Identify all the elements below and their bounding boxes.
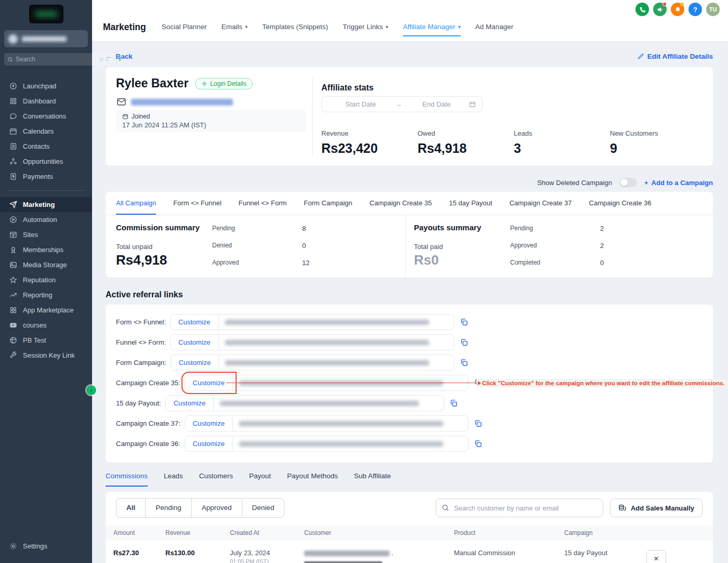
referral-link-redacted xyxy=(233,416,468,431)
total-unpaid-value: Rs4,918 xyxy=(116,252,212,268)
end-date-field[interactable]: End Date xyxy=(404,100,469,108)
sidebar-item-payments[interactable]: Payments xyxy=(0,169,92,184)
announcements-button[interactable] xyxy=(653,3,667,16)
wrench-icon xyxy=(9,351,17,359)
campaign-tab-create-35[interactable]: Campaign Create 35 xyxy=(370,192,432,215)
customize-button[interactable]: Customize xyxy=(166,396,214,411)
customize-button[interactable]: Customize xyxy=(171,315,218,330)
page-title: Marketing xyxy=(103,22,146,33)
customize-button[interactable]: Customize xyxy=(171,355,219,370)
status-filter: All Pending Approved Denied xyxy=(116,498,284,518)
copy-icon[interactable] xyxy=(474,419,483,428)
copy-icon[interactable] xyxy=(460,318,469,326)
copy-icon[interactable] xyxy=(474,439,483,448)
tab-social-planner[interactable]: Social Planner xyxy=(162,18,207,36)
sidebar-item-session-key-link[interactable]: Session Key Link xyxy=(0,348,92,363)
tab-emails[interactable]: Emails▾ xyxy=(222,18,248,36)
help-button[interactable]: ? xyxy=(688,3,702,16)
copy-icon[interactable] xyxy=(460,358,469,367)
filter-all[interactable]: All xyxy=(116,499,146,517)
sidebar-item-contacts[interactable]: Contacts xyxy=(0,139,92,154)
customize-button[interactable]: Customize xyxy=(185,416,233,431)
star-icon xyxy=(9,276,17,284)
campaign-tab-15-day-payout[interactable]: 15 day Payout xyxy=(449,192,492,215)
campaign-tab-all[interactable]: All Campaign xyxy=(116,192,156,215)
sidebar-collapse-button[interactable]: ‹ xyxy=(86,385,96,395)
quick-actions-button[interactable] xyxy=(117,53,123,66)
add-sales-manually-button[interactable]: Add Sales Manually xyxy=(610,499,703,517)
customize-button[interactable]: Customize xyxy=(185,436,233,451)
tab-ad-manager[interactable]: Ad Manager xyxy=(475,18,514,36)
sidebar-item-pb-test[interactable]: PB Test xyxy=(0,333,92,348)
sidebar-item-app-marketplace[interactable]: App Marketplace xyxy=(0,303,92,318)
notifications-button[interactable] xyxy=(671,3,684,16)
affiliate-email-link-redacted[interactable] xyxy=(131,99,233,106)
customer-search-input[interactable] xyxy=(436,499,603,517)
chat-icon xyxy=(9,112,17,120)
filter-denied[interactable]: Denied xyxy=(242,499,284,517)
sidebar-divider xyxy=(8,190,84,191)
tab-trigger-links[interactable]: Trigger Links▾ xyxy=(343,18,388,36)
tab-customers[interactable]: Customers xyxy=(199,472,233,487)
commission-summary: Commission summary Total unpaid Rs4,918 … xyxy=(106,215,406,277)
sidebar-item-memberships[interactable]: Memberships xyxy=(0,242,92,257)
sidebar-search[interactable]: ⌘ K xyxy=(4,53,114,66)
tab-commissions[interactable]: Commissions xyxy=(106,472,148,487)
close-icon: × xyxy=(654,554,658,563)
video-icon xyxy=(9,321,17,329)
agency-logo xyxy=(29,5,63,23)
campaign-tab-create-37[interactable]: Campaign Create 37 xyxy=(510,192,572,215)
edit-affiliate-details-button[interactable]: Edit Affiliate Details xyxy=(638,53,713,60)
sidebar-item-opportunities[interactable]: Opportunities xyxy=(0,154,92,169)
filter-pending[interactable]: Pending xyxy=(146,499,192,517)
sidebar-item-conversations[interactable]: Conversations xyxy=(0,109,92,124)
delete-row-button[interactable]: × xyxy=(646,550,666,563)
sidebar-item-media-storage[interactable]: Media Storage xyxy=(0,257,92,272)
affiliate-stats-title: Affiliate stats xyxy=(321,83,373,93)
table-header: Amount Revenue Created At Customer Produ… xyxy=(106,525,713,541)
tab-affiliate-manager[interactable]: Affiliate Manager▾ xyxy=(403,18,461,36)
revenue-cell: Rs130.00 xyxy=(165,546,230,557)
tab-payout-methods[interactable]: Payout Methods xyxy=(287,472,338,487)
sidebar-search-input[interactable] xyxy=(16,56,96,63)
customize-button[interactable]: Customize xyxy=(171,335,218,350)
sidebar-item-marketing[interactable]: Marketing xyxy=(0,197,92,212)
chevron-down-icon: ▾ xyxy=(245,24,248,30)
add-to-campaign-button[interactable]: + Add to a Campaign xyxy=(644,179,713,187)
date-range-picker[interactable]: Start Date → End Date xyxy=(321,96,483,112)
login-details-button[interactable]: Login Details xyxy=(195,78,252,89)
envelope-icon xyxy=(117,98,126,106)
campaign-tab-form-campaign[interactable]: Form Campaign xyxy=(304,192,352,215)
sidebar-item-reputation[interactable]: Reputation xyxy=(0,272,92,287)
start-date-field[interactable]: Start Date xyxy=(328,100,393,108)
sidebar-item-calendars[interactable]: Calendars xyxy=(0,124,92,139)
phone-button[interactable] xyxy=(635,3,649,16)
referral-row-campaign-create-36: Campaign Create 36: Customize xyxy=(116,436,703,452)
bell-icon xyxy=(674,6,681,13)
filter-approved[interactable]: Approved xyxy=(192,499,242,517)
sidebar-item-courses[interactable]: courses xyxy=(0,318,92,333)
sidebar-item-launchpad[interactable]: Launchpad xyxy=(0,78,92,94)
tab-payout[interactable]: Payout xyxy=(249,472,271,487)
account-switcher[interactable] xyxy=(4,30,88,47)
sidebar-item-automation[interactable]: Automation xyxy=(0,212,92,227)
divider xyxy=(312,76,313,156)
sidebar-item-reporting[interactable]: Reporting xyxy=(0,287,92,303)
campaign-tab-funnel-form[interactable]: Funnel <> Form xyxy=(239,192,287,215)
stat-leads: Leads 3 xyxy=(514,129,532,156)
active-referral-links-title: Active referral links xyxy=(106,290,713,300)
sidebar-item-dashboard[interactable]: Dashboard xyxy=(0,94,92,109)
tab-templates-snippets[interactable]: Templates (Snippets) xyxy=(262,18,328,36)
copy-icon[interactable] xyxy=(460,338,469,347)
copy-icon[interactable] xyxy=(449,399,458,408)
campaign-tab-form-funnel[interactable]: Form <> Funnel xyxy=(173,192,222,215)
show-deleted-campaign-toggle[interactable] xyxy=(619,178,637,187)
campaign-tab-create-36[interactable]: Campaign Create 36 xyxy=(589,192,652,215)
joined-date: 17 Jun 2024 11:25 AM (IST) xyxy=(122,121,300,129)
sidebar-item-sites[interactable]: Sites xyxy=(0,227,92,242)
sidebar-item-settings[interactable]: Settings xyxy=(0,539,92,554)
tab-sub-affiliate[interactable]: Sub Affiliate xyxy=(354,472,391,487)
calendar-icon xyxy=(122,113,128,120)
user-avatar[interactable]: TU xyxy=(706,3,720,16)
tab-leads[interactable]: Leads xyxy=(164,472,183,487)
